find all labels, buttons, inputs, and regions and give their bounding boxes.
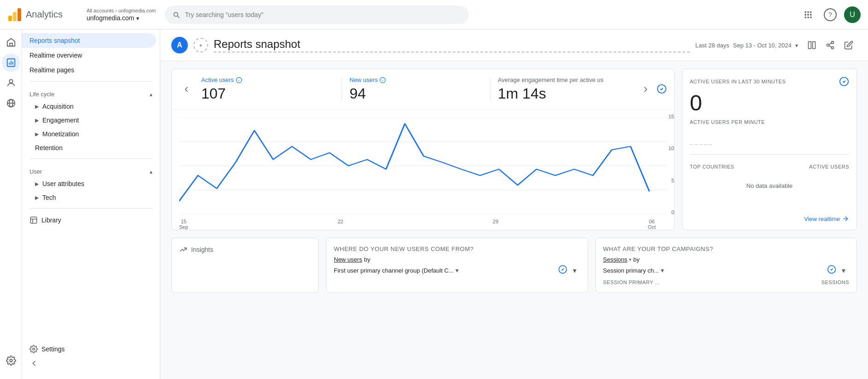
metrics-row: Active users 107 New users bbox=[172, 69, 674, 110]
campaigns-card: WHAT ARE YOUR TOP CAMPAIGNS? Sessions ▾ … bbox=[595, 238, 857, 293]
new-users-label[interactable]: New users bbox=[350, 76, 483, 83]
nav-item-reports-snapshot[interactable]: Reports snapshot bbox=[22, 33, 156, 48]
nav-reports-icon[interactable] bbox=[2, 53, 20, 72]
y-label-0: 0 bbox=[671, 210, 674, 215]
user-attributes-expand-icon: ▶ bbox=[35, 181, 39, 187]
account-selector[interactable]: All accounts › unfogmedia.com unfogmedia… bbox=[87, 8, 156, 22]
nav-item-user-attributes[interactable]: ▶ User attributes bbox=[22, 177, 160, 191]
nav-item-realtime-pages[interactable]: Realtime pages bbox=[22, 63, 156, 77]
svg-rect-5 bbox=[810, 11, 811, 12]
new-users-info-icon bbox=[379, 77, 386, 83]
share-button[interactable] bbox=[822, 37, 839, 53]
no-data-message: No data available bbox=[690, 175, 849, 197]
x-label-sep15: 15 Sep bbox=[179, 219, 188, 230]
svg-rect-3 bbox=[805, 11, 806, 12]
metric-active-users: Active users 107 bbox=[194, 76, 342, 102]
customize-button[interactable] bbox=[840, 37, 857, 53]
settings-icon bbox=[29, 345, 38, 353]
nav-item-realtime-overview[interactable]: Realtime overview bbox=[22, 48, 156, 63]
cards-area: Active users 107 New users bbox=[160, 61, 868, 238]
svg-point-30 bbox=[832, 47, 834, 49]
channel-group-row: First user primary channel group (Defaul… bbox=[334, 265, 580, 276]
sessions-col: SESSIONS bbox=[821, 280, 849, 285]
account-name[interactable]: unfogmedia.com bbox=[87, 14, 156, 22]
active-users-label[interactable]: Active users bbox=[201, 76, 334, 83]
date-range-selector[interactable]: Last 28 days Sep 13 - Oct 10, 2024 bbox=[695, 42, 798, 49]
insights-chart-icon bbox=[179, 245, 187, 254]
insights-card: Insights bbox=[171, 238, 319, 293]
compare-button[interactable] bbox=[804, 37, 820, 53]
nav-section-lifecycle[interactable]: Life cycle bbox=[22, 85, 160, 99]
library-icon bbox=[29, 216, 38, 224]
new-users-title: WHERE DO YOUR NEW USERS COME FROM? bbox=[334, 245, 580, 252]
metrics-next-button[interactable] bbox=[638, 82, 653, 97]
campaigns-dropdown-icon: ▾ bbox=[661, 267, 664, 274]
nav-item-tech[interactable]: ▶ Tech bbox=[22, 191, 160, 204]
svg-rect-4 bbox=[807, 11, 809, 12]
svg-rect-22 bbox=[30, 217, 37, 223]
date-range-dropdown-icon bbox=[795, 42, 798, 49]
metric-new-users: New users 94 bbox=[342, 76, 490, 102]
realtime-check-icon bbox=[839, 76, 849, 87]
campaigns-more-button[interactable]: ▾ bbox=[838, 265, 849, 276]
new-users-more-button[interactable]: ▾ bbox=[569, 265, 580, 276]
svg-rect-26 bbox=[809, 42, 811, 49]
campaigns-table-header: SESSION PRIMARY ... SESSIONS bbox=[603, 280, 850, 285]
view-realtime-link[interactable]: View realtime bbox=[690, 215, 849, 222]
active-users-col-label: ACTIVE USERS bbox=[809, 164, 849, 169]
metrics-check-icon bbox=[657, 84, 667, 95]
collapse-sidebar-button[interactable] bbox=[26, 355, 42, 372]
top-countries-label: TOP COUNTRIES bbox=[690, 164, 734, 169]
chart-area: 15 10 5 0 15 Sep 22 bbox=[172, 110, 674, 230]
campaigns-channel-row: Session primary ch... ▾ ▾ bbox=[603, 265, 850, 276]
grid-apps-button[interactable] bbox=[800, 6, 816, 23]
nav-divider-1 bbox=[29, 81, 152, 82]
nav-item-library[interactable]: Library bbox=[22, 212, 156, 228]
nav-home-icon[interactable] bbox=[2, 33, 20, 52]
svg-rect-1 bbox=[13, 12, 17, 21]
svg-rect-7 bbox=[807, 14, 809, 15]
search-bar[interactable] bbox=[165, 6, 469, 24]
nav-divider-2 bbox=[29, 158, 152, 159]
svg-line-32 bbox=[829, 43, 832, 44]
nav-section-user[interactable]: User bbox=[22, 163, 160, 177]
metrics-prev-button[interactable] bbox=[179, 82, 194, 97]
add-report-button[interactable]: + bbox=[193, 38, 208, 52]
tech-expand-icon: ▶ bbox=[35, 195, 39, 201]
insights-label: Insights bbox=[191, 246, 213, 253]
x-label-sep29: 29 bbox=[493, 219, 498, 230]
realtime-big-number: 0 bbox=[690, 90, 849, 116]
account-name-text: unfogmedia.com bbox=[87, 14, 134, 22]
x-label-sep22: 22 bbox=[338, 219, 343, 230]
nav-item-monetization[interactable]: ▶ Monetization bbox=[22, 127, 160, 141]
nav-item-acquisition[interactable]: ▶ Acquisition bbox=[22, 99, 160, 113]
user-avatar[interactable]: U bbox=[844, 6, 861, 23]
help-button[interactable]: ? bbox=[824, 8, 837, 21]
lifecycle-collapse-icon bbox=[150, 91, 152, 98]
svg-rect-10 bbox=[807, 17, 809, 18]
main-analytics-card: Active users 107 New users bbox=[171, 69, 675, 230]
search-input[interactable] bbox=[185, 11, 462, 18]
active-users-info-icon bbox=[236, 77, 242, 83]
nav-item-settings[interactable]: Settings bbox=[22, 341, 160, 357]
svg-rect-2 bbox=[17, 8, 21, 21]
nav-settings-bottom-icon[interactable] bbox=[2, 351, 20, 370]
realtime-mini-chart bbox=[690, 128, 849, 147]
nav-item-engagement[interactable]: ▶ Engagement bbox=[22, 113, 160, 127]
svg-point-25 bbox=[33, 348, 35, 350]
realtime-sub-title: ACTIVE USERS PER MINUTE bbox=[690, 119, 849, 125]
app-title: Analytics bbox=[26, 9, 63, 20]
nav-sidebar: Reports snapshot Realtime overview Realt… bbox=[22, 29, 160, 379]
report-avatar: A bbox=[171, 37, 188, 53]
nav-audience-icon[interactable] bbox=[2, 74, 20, 92]
nav-item-retention[interactable]: Retention bbox=[22, 141, 160, 155]
y-label-5: 5 bbox=[671, 178, 674, 183]
page-header: A + Reports snapshot Last 28 days Sep 13… bbox=[160, 29, 868, 61]
check-circle-icon bbox=[657, 84, 667, 94]
bottom-area: Insights WHERE DO YOUR NEW USERS COME FR… bbox=[160, 238, 868, 300]
engagement-expand-icon: ▶ bbox=[35, 117, 39, 123]
svg-point-28 bbox=[832, 41, 834, 44]
y-label-15: 15 bbox=[669, 114, 674, 119]
nav-advertising-icon[interactable] bbox=[2, 94, 20, 112]
new-users-sub: New users by bbox=[334, 256, 580, 263]
